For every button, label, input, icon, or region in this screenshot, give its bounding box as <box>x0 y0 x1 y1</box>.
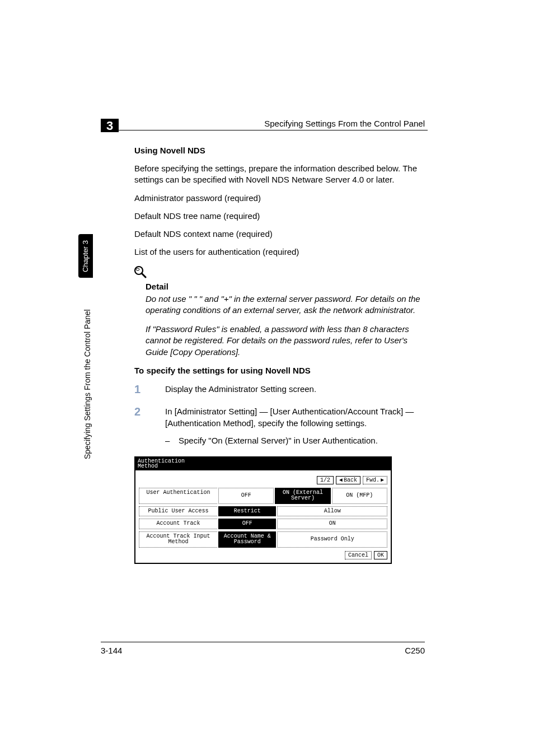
requirement-item: Administrator password (required) <box>134 193 425 204</box>
requirement-item: Default NDS tree name (required) <box>134 211 425 222</box>
step-text: In [Administrator Setting] — [User Authe… <box>165 405 425 429</box>
option-on-external-server[interactable]: ON (External Server) <box>275 488 330 504</box>
model-number: C250 <box>405 646 425 655</box>
header-rule <box>101 130 428 130</box>
step-number: 2 <box>134 405 165 446</box>
running-header: Specifying Settings From the Control Pan… <box>264 119 425 128</box>
option-name-and-password[interactable]: Account Name & Password <box>218 531 276 548</box>
row-label-public-user: Public User Access <box>139 506 217 517</box>
step-number: 1 <box>134 383 165 395</box>
option-restrict[interactable]: Restrict <box>218 506 276 517</box>
option-allow[interactable]: Allow <box>277 506 387 517</box>
page-number: 3-144 <box>101 646 122 655</box>
svg-point-1 <box>136 268 139 270</box>
option-off[interactable]: OFF <box>218 488 274 504</box>
requirement-item: Default NDS context name (required) <box>134 228 425 240</box>
detail-paragraph: Do not use " " " and "+" in the external… <box>146 293 425 316</box>
cancel-button[interactable]: Cancel <box>345 551 372 559</box>
fwd-button[interactable]: Fwd. ► <box>363 476 387 484</box>
back-button[interactable]: ◄ Back <box>336 476 360 484</box>
option-on-mfp[interactable]: ON (MFP) <box>332 488 387 504</box>
step-item: 2 In [Administrator Setting] — [User Aut… <box>134 405 425 446</box>
section-heading: To specify the settings for using Novell… <box>134 366 425 375</box>
step-item: 1 Display the Administrator Setting scre… <box>134 383 425 395</box>
requirement-item: List of the users for authentication (re… <box>134 246 425 258</box>
page-indicator: 1/2 <box>317 476 334 484</box>
detail-label: Detail <box>146 282 425 291</box>
side-running-title: Specifying Settings From the Control Pan… <box>83 309 92 459</box>
side-chapter-tab: Chapter 3 <box>78 234 93 278</box>
bullet-dash: – <box>165 435 179 446</box>
row-label-account-track: Account Track <box>139 519 217 529</box>
option-password-only[interactable]: Password Only <box>277 531 387 548</box>
option-off[interactable]: OFF <box>218 519 276 529</box>
svg-line-2 <box>142 273 146 277</box>
panel-title: Authentication Method <box>135 458 391 470</box>
bullet-text: Specify "On (External Server)" in User A… <box>179 435 378 446</box>
step-sub-bullet: – Specify "On (External Server)" in User… <box>165 435 425 446</box>
row-label-input-method: Account Track Input Method <box>139 531 217 548</box>
step-text: Display the Administrator Setting screen… <box>165 383 425 395</box>
section-heading: Using Novell NDS <box>134 146 425 155</box>
intro-paragraph: Before specifying the settings, prepare … <box>134 163 425 186</box>
control-panel-screenshot: Authentication Method 1/2 ◄ Back Fwd. ► … <box>134 456 392 564</box>
option-on[interactable]: ON <box>277 519 387 529</box>
detail-paragraph: If "Password Rules" is enabled, a passwo… <box>146 324 425 358</box>
row-label-user-auth: User Authentication <box>139 488 217 504</box>
magnifier-icon <box>133 265 425 279</box>
ok-button[interactable]: OK <box>374 551 387 559</box>
